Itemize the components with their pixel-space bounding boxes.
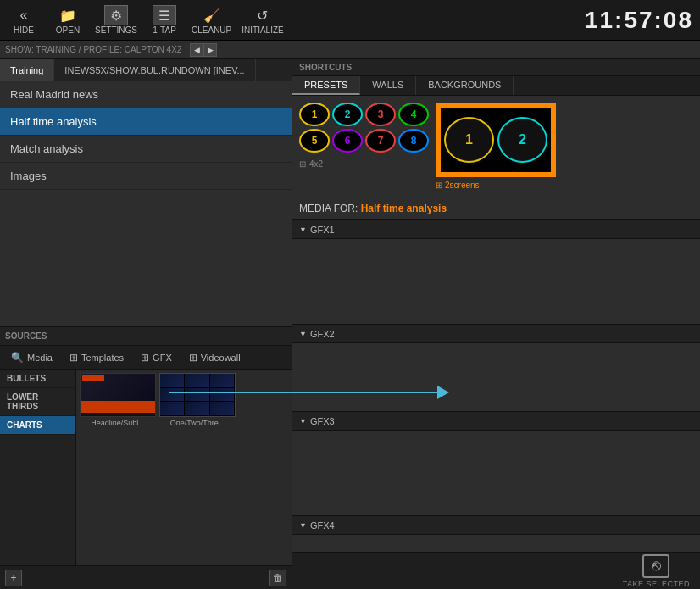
split-row-1 bbox=[160, 374, 235, 388]
initialize-button[interactable]: ↺ INITIALIZE bbox=[242, 5, 283, 35]
split-col-9 bbox=[210, 402, 235, 415]
split-col-3 bbox=[210, 374, 235, 387]
screens-container: 1 2 ⊞ 2screens bbox=[436, 103, 556, 190]
gfx4-chevron: ▼ bbox=[299, 521, 307, 530]
training-tabs: Training INEWS5X/SHOW.BUL.RUNDOWN [INEV.… bbox=[0, 59, 292, 81]
preset-8[interactable]: 8 bbox=[398, 129, 429, 153]
preset-grid-label: ⊞ 4x2 bbox=[299, 159, 429, 169]
cleanup-button[interactable]: 🧹 CLEANUP bbox=[192, 5, 231, 35]
preset-1[interactable]: 1 bbox=[299, 103, 330, 126]
cleanup-icon: 🧹 bbox=[200, 5, 224, 25]
headline-visual bbox=[81, 374, 155, 416]
tab-media-label: Media bbox=[27, 353, 53, 363]
split-col-7 bbox=[160, 402, 185, 415]
screen-1: 1 bbox=[444, 117, 494, 163]
headline-accent bbox=[82, 375, 104, 381]
gfx-section-4: ▼ GFX4 bbox=[292, 516, 700, 552]
gfx-icon: ⊞ bbox=[141, 352, 149, 364]
template-label-headline: Headline/Subl... bbox=[91, 419, 145, 427]
playlist-item[interactable]: Real Madrid news bbox=[0, 81, 292, 108]
settings-button[interactable]: ⚙ SETTINGS bbox=[95, 5, 137, 35]
presets-container: 1 2 3 4 5 6 7 8 ⊞ 4x2 bbox=[299, 103, 429, 169]
show-label: SHOW: TRAINING / PROFILE: CALPTON 4X2 bbox=[5, 45, 181, 54]
nav-arrows: ◀ ▶ bbox=[190, 43, 217, 57]
gfx3-label: GFX3 bbox=[310, 416, 335, 426]
tab-rundown[interactable]: INEWS5X/SHOW.BUL.RUNDOWN [INEV... bbox=[54, 59, 255, 81]
tab-videowall[interactable]: ⊞ Videowall bbox=[181, 349, 248, 366]
shortcuts-header: SHORTCUTS bbox=[292, 59, 700, 76]
sidebar-item-bullets[interactable]: BULLETS bbox=[0, 370, 75, 388]
take-selected-button[interactable]: ⎋ TAKE SELECTED bbox=[623, 554, 690, 588]
screens-preview[interactable]: 1 2 bbox=[436, 103, 556, 177]
screens-label: ⊞ 2screens bbox=[436, 181, 556, 190]
tab-presets[interactable]: PRESETS bbox=[292, 76, 360, 95]
delete-source-button[interactable]: 🗑 bbox=[269, 570, 286, 586]
sources-sidebar: BULLETS LOWER THIRDS CHARTS bbox=[0, 370, 76, 565]
nav-next[interactable]: ▶ bbox=[203, 43, 217, 57]
gfx-scroll: ▼ GFX1 ▼ GFX2 ▼ GFX3 bbox=[292, 220, 700, 552]
settings-icon: ⚙ bbox=[104, 5, 128, 25]
template-thumb-split[interactable]: One/Two/Thre... bbox=[159, 373, 236, 427]
gfx2-header[interactable]: ▼ GFX2 bbox=[292, 325, 700, 343]
gfx2-body bbox=[292, 343, 700, 411]
gfx-section-2: ▼ GFX2 bbox=[292, 325, 700, 412]
preset-5[interactable]: 5 bbox=[299, 129, 330, 153]
split-visual bbox=[160, 374, 235, 416]
hide-icon: « bbox=[12, 5, 36, 25]
split-row-3 bbox=[160, 402, 235, 416]
clock-display: 11:57:08 bbox=[585, 7, 693, 34]
gfx3-chevron: ▼ bbox=[299, 417, 307, 425]
gfx3-header[interactable]: ▼ GFX3 bbox=[292, 412, 700, 431]
left-panel: Training INEWS5X/SHOW.BUL.RUNDOWN [INEV.… bbox=[0, 59, 292, 589]
sources-main: Headline/Subl... bbox=[76, 370, 292, 565]
one-tap-button[interactable]: ☰ 1-TAP bbox=[147, 5, 181, 35]
preset-4[interactable]: 4 bbox=[398, 103, 429, 126]
gfx4-body bbox=[292, 535, 700, 552]
right-content: ▼ GFX1 ▼ GFX2 ▼ GFX3 bbox=[292, 220, 700, 589]
playlist-item[interactable]: Images bbox=[0, 163, 292, 190]
hide-button[interactable]: « HIDE bbox=[7, 5, 41, 35]
playlist-item-active[interactable]: Half time analysis bbox=[0, 108, 292, 136]
media-for-label: MEDIA FOR: bbox=[299, 203, 358, 214]
initialize-label: INITIALIZE bbox=[242, 25, 283, 35]
template-label-split: One/Two/Thre... bbox=[170, 419, 225, 427]
open-button[interactable]: 📁 OPEN bbox=[51, 5, 85, 35]
open-icon: 📁 bbox=[56, 5, 80, 25]
gfx2-label: GFX2 bbox=[310, 329, 335, 339]
nav-prev[interactable]: ◀ bbox=[190, 43, 203, 57]
tab-backgrounds[interactable]: BACKGROUNDS bbox=[416, 76, 514, 95]
preset-2[interactable]: 2 bbox=[332, 103, 363, 126]
preset-7[interactable]: 7 bbox=[365, 129, 396, 153]
gfx1-header[interactable]: ▼ GFX1 bbox=[292, 220, 700, 239]
tab-walls[interactable]: WALLS bbox=[360, 76, 416, 95]
template-thumb-headline[interactable]: Headline/Subl... bbox=[80, 373, 156, 427]
headline-bar bbox=[81, 401, 155, 413]
tab-gfx-label: GFX bbox=[153, 353, 172, 363]
sidebar-item-lower-thirds[interactable]: LOWER THIRDS bbox=[0, 388, 75, 416]
tab-videowall-label: Videowall bbox=[201, 353, 241, 363]
tab-gfx[interactable]: ⊞ GFX bbox=[133, 349, 180, 366]
tab-templates[interactable]: ⊞ Templates bbox=[62, 349, 131, 366]
sources-tabs: 🔍 Media ⊞ Templates ⊞ GFX ⊞ Videowall bbox=[0, 346, 292, 370]
take-selected-bar: ⎋ TAKE SELECTED bbox=[292, 552, 700, 589]
gfx4-header[interactable]: ▼ GFX4 bbox=[292, 516, 700, 535]
preset-label-text: 4x2 bbox=[309, 159, 323, 169]
preset-6[interactable]: 6 bbox=[332, 129, 363, 153]
gfx1-body bbox=[292, 239, 700, 324]
split-col-5 bbox=[185, 388, 209, 402]
shortcuts-tabs: PRESETS WALLS BACKGROUNDS bbox=[292, 76, 700, 96]
templates-icon: ⊞ bbox=[69, 352, 78, 364]
initialize-icon: ↺ bbox=[251, 5, 275, 25]
sources-panel: SOURCES 🔍 Media ⊞ Templates ⊞ GFX ⊞ Vide… bbox=[0, 326, 292, 589]
videowall-icon: ⊞ bbox=[189, 352, 197, 364]
playlist: Real Madrid news Half time analysis Matc… bbox=[0, 81, 292, 326]
add-source-button[interactable]: + bbox=[5, 570, 22, 586]
tab-training[interactable]: Training bbox=[0, 59, 54, 81]
tab-media[interactable]: 🔍 Media bbox=[3, 349, 60, 366]
settings-label: SETTINGS bbox=[95, 25, 137, 35]
take-selected-label: TAKE SELECTED bbox=[623, 580, 690, 588]
playlist-item[interactable]: Match analysis bbox=[0, 136, 292, 163]
sidebar-item-charts[interactable]: CHARTS bbox=[0, 416, 75, 435]
one-tap-label: 1-TAP bbox=[153, 25, 176, 35]
preset-3[interactable]: 3 bbox=[365, 103, 396, 126]
